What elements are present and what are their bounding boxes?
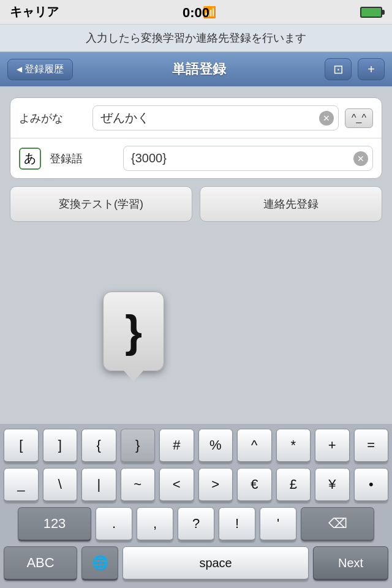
key-less-than[interactable]: <	[159, 468, 194, 502]
plus-icon: +	[368, 62, 375, 77]
nav-title: 単語登録	[79, 60, 318, 78]
camera-icon: ⊡	[333, 62, 344, 77]
tourokugo-input-wrap: ✕	[123, 146, 373, 171]
back-button-label: 登録履歴	[24, 63, 64, 76]
key-backspace[interactable]: ⌫	[301, 507, 374, 541]
key-open-brace[interactable]: {	[81, 429, 116, 463]
key-next[interactable]: Next	[313, 546, 388, 581]
status-right	[360, 7, 382, 18]
back-button[interactable]: 登録履歴	[7, 59, 73, 80]
battery-icon	[360, 7, 382, 18]
caps-label: ^_^	[352, 113, 366, 123]
convert-test-label: 変換テスト(学習)	[59, 198, 143, 210]
status-time: 0:00	[183, 5, 209, 21]
tourokugo-input[interactable]	[123, 146, 373, 171]
camera-icon-button[interactable]: ⊡	[325, 58, 352, 80]
key-close-brace[interactable]: }	[121, 429, 156, 463]
kb-row-2: _ \ | ~ < > € £ ¥ •	[4, 468, 388, 502]
key-space[interactable]: space	[123, 546, 309, 581]
key-backslash[interactable]: \	[43, 468, 78, 502]
key-abc[interactable]: ABC	[4, 546, 77, 581]
key-yen[interactable]: ¥	[315, 468, 350, 502]
carrier-label: キャリア	[10, 4, 59, 20]
popup-key: }	[103, 292, 164, 371]
action-area: 変換テスト(学習) 連絡先登録	[0, 186, 392, 228]
form-area: よみがな ✕ ^_^ あ 登録語 ✕	[0, 86, 392, 186]
yomigana-input-wrap: ✕	[92, 105, 339, 130]
key-comma[interactable]: ,	[137, 507, 173, 541]
contact-register-button[interactable]: 連絡先登録	[200, 186, 382, 222]
key-123[interactable]: 123	[18, 507, 91, 541]
key-underscore[interactable]: _	[4, 468, 39, 502]
key-caret[interactable]: ^	[237, 429, 272, 463]
nav-bar: 登録履歴 単語登録 ⊡ +	[0, 52, 392, 86]
key-tilde[interactable]: ~	[121, 468, 156, 502]
key-question[interactable]: ?	[178, 507, 214, 541]
key-open-bracket[interactable]: [	[4, 429, 39, 463]
key-asterisk[interactable]: *	[276, 429, 311, 463]
caps-button[interactable]: ^_^	[345, 108, 373, 128]
plus-icon-button[interactable]: +	[358, 58, 385, 80]
convert-test-button[interactable]: 変換テスト(学習)	[10, 186, 192, 222]
key-percent[interactable]: %	[198, 429, 233, 463]
key-equals[interactable]: =	[354, 429, 389, 463]
tourokugo-row: あ 登録語 ✕	[10, 138, 382, 178]
popup-char: }	[125, 306, 142, 356]
contact-register-label: 連絡先登録	[263, 198, 318, 210]
kb-row-3: 123 . , ? ! ' ⌫	[4, 507, 388, 541]
key-euro[interactable]: €	[237, 468, 272, 502]
tourokugo-label: 登録語	[50, 151, 117, 166]
yomigana-row: よみがな ✕ ^_^	[10, 98, 382, 138]
keyboard: [ ] { } # % ^ * + = _ \ | ~ < > € £ ¥ • …	[0, 424, 392, 588]
key-pipe[interactable]: |	[81, 468, 116, 502]
key-exclaim[interactable]: !	[219, 507, 255, 541]
form-card: よみがな ✕ ^_^ あ 登録語 ✕	[10, 97, 382, 179]
key-period[interactable]: .	[96, 507, 132, 541]
yomigana-input[interactable]	[92, 105, 339, 130]
kb-row-1: [ ] { } # % ^ * + =	[4, 429, 388, 463]
key-bullet[interactable]: •	[354, 468, 389, 502]
key-close-bracket[interactable]: ]	[43, 429, 78, 463]
yomigana-clear-button[interactable]: ✕	[319, 111, 334, 126]
kb-row-4: ABC 🌐 space Next	[4, 546, 388, 581]
hint-text: 入力したら変換学習か連絡先登録を行います	[86, 32, 306, 44]
yomigana-label: よみがな	[19, 111, 86, 126]
key-globe[interactable]: 🌐	[81, 546, 118, 581]
key-plus[interactable]: +	[315, 429, 350, 463]
hint-bar: 入力したら変換学習か連絡先登録を行います	[0, 24, 392, 52]
key-apos[interactable]: '	[260, 507, 296, 541]
tourokugo-icon-char: あ	[24, 150, 36, 167]
tourokugo-icon: あ	[19, 148, 41, 170]
key-hash[interactable]: #	[159, 429, 194, 463]
key-pound[interactable]: £	[276, 468, 311, 502]
tourokugo-clear-button[interactable]: ✕	[353, 151, 368, 166]
key-greater-than[interactable]: >	[198, 468, 233, 502]
status-bar: キャリア 📶 0:00	[0, 0, 392, 24]
